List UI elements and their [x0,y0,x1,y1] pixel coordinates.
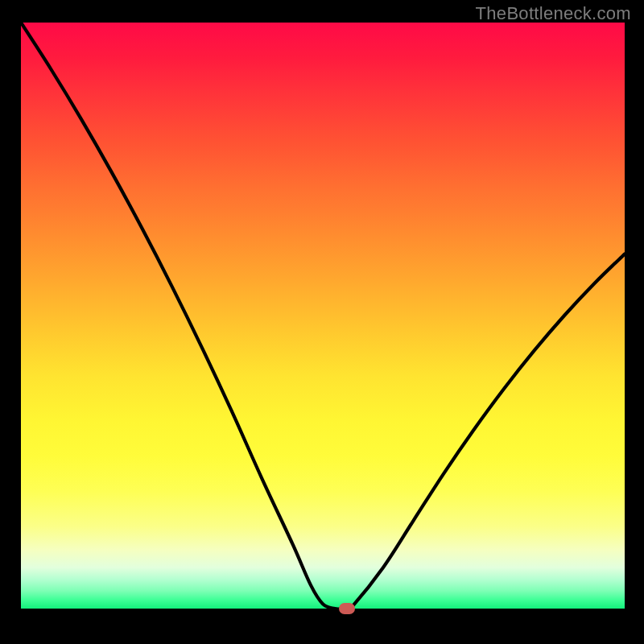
bottleneck-curve [21,23,625,609]
optimal-marker [339,603,355,614]
bottom-black-band [0,609,644,644]
watermark-text: TheBottleneck.com [476,3,631,24]
curve-path [21,23,625,609]
chart-frame: TheBottleneck.com [0,0,644,644]
